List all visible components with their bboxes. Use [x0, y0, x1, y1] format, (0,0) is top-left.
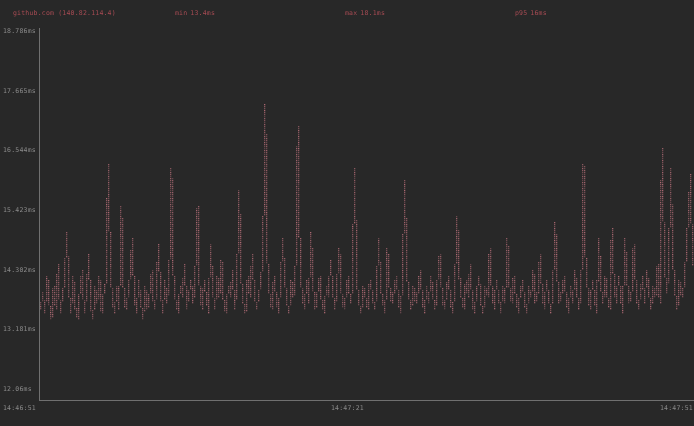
- y-tick-1: 17.665ms: [3, 87, 38, 96]
- terminal-window: github.com (140.82.114.4) min13.4ms max1…: [0, 0, 694, 426]
- y-tick-4: 14.302ms: [3, 266, 38, 275]
- latency-chart-canvas: [0, 0, 694, 426]
- y-tick-5: 13.181ms: [3, 325, 38, 334]
- stat-max-label: max: [345, 9, 357, 17]
- stat-p95: p9516ms: [515, 9, 547, 18]
- stat-min-value: 13.4ms: [190, 9, 215, 17]
- y-tick-6: 12.06ms: [3, 385, 38, 394]
- stat-max: max18.1ms: [345, 9, 385, 18]
- stat-p95-value: 16ms: [530, 9, 546, 17]
- stat-min: min13.4ms: [175, 9, 215, 18]
- y-tick-0: 18.786ms: [3, 27, 38, 36]
- x-axis-line: [39, 400, 694, 401]
- host-title: github.com (140.82.114.4): [13, 9, 116, 18]
- stat-max-value: 18.1ms: [360, 9, 385, 17]
- x-tick-middle: 14:47:21: [331, 404, 364, 413]
- y-tick-2: 16.544ms: [3, 146, 38, 155]
- y-axis-line: [39, 28, 40, 401]
- x-tick-end: 14:47:51: [660, 404, 693, 413]
- stat-p95-label: p95: [515, 9, 527, 17]
- y-tick-3: 15.423ms: [3, 206, 38, 215]
- x-tick-start: 14:46:51: [3, 404, 36, 413]
- stat-min-label: min: [175, 9, 187, 17]
